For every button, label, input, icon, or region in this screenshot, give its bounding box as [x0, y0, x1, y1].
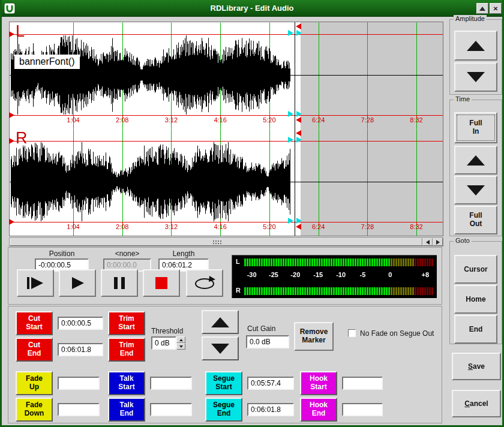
start-marker[interactable] [9, 138, 14, 144]
segue-start-marker[interactable] [288, 30, 293, 36]
waveform-panel[interactable]: L bannerFont() 1:042:083:124:165:206:247… [9, 22, 443, 236]
fade-down-field[interactable] [58, 403, 100, 416]
cut-end-field[interactable]: 0:06:01.8 [58, 343, 103, 356]
goto-group-label: Goto [454, 237, 472, 244]
time-full-out-button[interactable]: Full Out [454, 206, 497, 234]
waveform-left-channel[interactable]: L bannerFont() 1:042:083:124:165:206:247… [10, 22, 443, 129]
remove-marker-button[interactable]: Remove Marker [294, 322, 334, 351]
trim-end-button[interactable]: Trim End [108, 338, 145, 362]
goto-cursor-button[interactable]: Cursor [454, 255, 497, 284]
time-zoom-in-button[interactable] [454, 146, 497, 175]
cut-end-marker[interactable] [296, 224, 301, 230]
waveform-time-label: 4:16 [214, 223, 226, 230]
segue-start-button[interactable]: Segue Start [205, 371, 242, 395]
cut-end-marker[interactable] [296, 111, 302, 117]
cut-end-marker[interactable] [296, 117, 301, 123]
time-group-label: Time [454, 95, 472, 103]
amplitude-down-button[interactable] [454, 62, 497, 92]
start-marker[interactable] [9, 112, 14, 118]
meter-scale-number: -15 [313, 271, 323, 278]
right-waveform-canvas[interactable] [10, 129, 443, 236]
time-full-in-button[interactable]: Full In [454, 112, 497, 143]
waveform-time-label: 6:24 [312, 116, 325, 124]
window-titlebar[interactable]: RDLibrary - Edit Audio ✕ [0, 0, 504, 17]
waveform-time-label: 2:08 [116, 116, 128, 124]
shade-window-button[interactable] [476, 3, 488, 14]
segue-start-marker[interactable] [288, 218, 293, 224]
hook-end-field[interactable] [342, 403, 383, 416]
start-marker[interactable] [9, 31, 14, 37]
play-button[interactable] [59, 269, 96, 297]
fade-up-button[interactable]: Fade Up [16, 371, 53, 395]
save-button[interactable]: Save [452, 353, 501, 380]
meter-right-label: R [236, 287, 241, 294]
stop-button[interactable] [143, 269, 180, 297]
talk-start-button[interactable]: Talk Start [108, 371, 145, 395]
shade-icon [479, 7, 485, 11]
cut-end-marker[interactable] [296, 30, 302, 36]
transport-section: Position -0:00:00.5 <none> 0:00:00.0 Len… [8, 247, 442, 305]
segue-start-marker[interactable] [288, 137, 293, 143]
gain-down-icon [211, 344, 229, 354]
pause-icon [108, 276, 131, 290]
play-cursor[interactable] [295, 22, 295, 236]
goto-end-button[interactable]: End [454, 315, 497, 344]
time-zoom-in-icon [467, 155, 485, 166]
meter-right-strip [244, 287, 434, 295]
talk-end-button[interactable]: Talk End [108, 398, 145, 422]
waveform-time-label: 7:28 [361, 116, 374, 124]
scroll-right-button[interactable] [433, 238, 443, 246]
amplitude-group-label: Amplitude [454, 15, 487, 22]
cut-end-marker[interactable] [296, 23, 301, 29]
gain-up-button[interactable] [202, 310, 239, 334]
play-from-start-button[interactable] [17, 269, 54, 297]
segue-start-marker[interactable] [288, 111, 293, 117]
waveform-scrollbar[interactable] [9, 237, 443, 246]
cut-gain-field[interactable]: 0.0 dB [246, 335, 289, 348]
play-icon [66, 276, 89, 290]
no-fade-checkbox[interactable] [348, 329, 356, 337]
cut-end-marker[interactable] [296, 218, 302, 224]
waveform-right-channel[interactable]: R 1:042:083:124:165:206:247:288:32 [10, 129, 443, 236]
time-zoom-out-button[interactable] [454, 176, 497, 205]
loop-button[interactable] [186, 269, 223, 297]
cut-end-marker[interactable] [296, 137, 302, 143]
segue-start-field[interactable]: 0:05:57.4 [247, 377, 294, 390]
hook-end-button[interactable]: Hook End [300, 398, 337, 422]
waveform-time-label: 1:04 [67, 223, 79, 230]
segue-end-button[interactable]: Segue End [205, 398, 242, 422]
scrollbar-thumb[interactable] [10, 238, 422, 246]
trim-start-button[interactable]: Trim Start [108, 311, 145, 335]
play-from-start-icon [24, 276, 47, 290]
threshold-spin-down-button[interactable] [176, 343, 185, 350]
cut-start-button[interactable]: Cut Start [16, 311, 53, 335]
marker-name-label: <none> [103, 249, 151, 258]
cancel-button[interactable]: Cancel [452, 390, 501, 417]
waveform-time-label: 1:04 [67, 116, 79, 124]
audio-level-meter: L R -30-25-20-15-10-50+8 [232, 255, 437, 298]
cut-end-marker[interactable] [296, 130, 301, 136]
goto-home-button[interactable]: Home [454, 285, 497, 314]
talk-start-field[interactable] [150, 377, 192, 390]
cut-start-field[interactable]: 0:00:00.5 [58, 317, 103, 330]
threshold-field[interactable]: 0 dB [151, 336, 176, 350]
scroll-left-button[interactable] [422, 238, 433, 246]
pause-button[interactable] [101, 269, 138, 297]
waveform-time-label: 2:08 [116, 223, 128, 230]
fade-down-button[interactable]: Fade Down [16, 398, 53, 422]
close-window-button[interactable]: ✕ [490, 3, 502, 14]
cut-gain-label: Cut Gain [247, 324, 275, 333]
segue-end-field[interactable]: 0:06:01.8 [247, 403, 294, 416]
stop-icon [150, 276, 173, 290]
fade-up-field[interactable] [58, 377, 100, 390]
hook-start-button[interactable]: Hook Start [300, 371, 337, 395]
talk-end-field[interactable] [150, 403, 192, 416]
amplitude-up-button[interactable] [454, 31, 497, 61]
scroll-left-icon [426, 240, 430, 245]
gain-down-button[interactable] [202, 336, 239, 360]
cut-end-button[interactable]: Cut End [16, 338, 53, 362]
start-marker[interactable] [9, 219, 14, 225]
threshold-spin-up-button[interactable] [176, 336, 185, 343]
left-waveform-canvas[interactable] [10, 22, 443, 129]
hook-start-field[interactable] [342, 377, 383, 390]
